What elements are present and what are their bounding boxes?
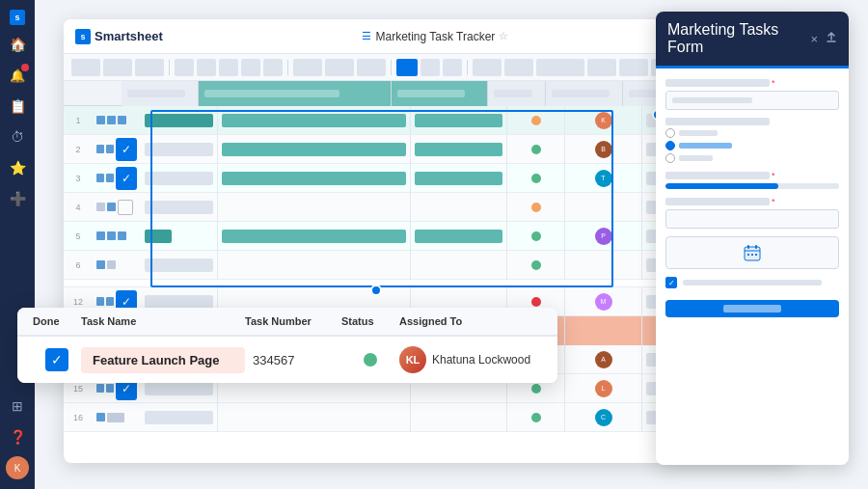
form-submit-button[interactable] — [665, 300, 839, 317]
row-icon-link[interactable] — [118, 116, 126, 124]
toolbar-btn-14[interactable] — [473, 59, 502, 76]
cell-assigned[interactable]: L — [565, 374, 642, 403]
toolbar-btn-12[interactable] — [420, 59, 440, 76]
cell-status[interactable] — [507, 106, 565, 135]
toolbar-btn-1[interactable] — [71, 59, 100, 76]
row-action-icons[interactable] — [93, 413, 141, 422]
form-radio-3[interactable] — [665, 153, 675, 163]
cell-status[interactable] — [507, 222, 565, 251]
toolbar-btn-16[interactable] — [536, 59, 584, 76]
row-icon[interactable] — [106, 297, 114, 306]
row-icon[interactable] — [96, 174, 104, 182]
row-checkbox[interactable]: ✓ — [116, 138, 137, 161]
cell-status[interactable] — [507, 403, 565, 432]
cell-assigned[interactable]: K — [565, 106, 642, 135]
row-icon[interactable] — [106, 384, 114, 393]
cell-status[interactable] — [507, 164, 565, 193]
selection-handle[interactable] — [370, 285, 382, 296]
toolbar-btn-2[interactable] — [103, 59, 132, 76]
row-icon[interactable] — [106, 145, 114, 153]
row-action-icons[interactable] — [93, 260, 141, 269]
row-action-icons[interactable] — [93, 200, 141, 215]
cell-task[interactable] — [141, 164, 218, 193]
form-close-icon[interactable]: × — [810, 32, 818, 46]
cell-assigned[interactable]: C — [565, 403, 642, 432]
cell-gantt[interactable] — [218, 193, 411, 222]
row-icon[interactable] — [96, 203, 105, 211]
col-header-task[interactable] — [122, 81, 199, 106]
sheet-title-text[interactable]: Marketing Task Tracker — [375, 30, 495, 43]
row-icon-minus[interactable] — [107, 413, 124, 422]
toolbar-btn-8[interactable] — [263, 59, 283, 76]
toolbar-btn-7[interactable] — [241, 59, 260, 76]
cell-gantt[interactable] — [218, 403, 411, 432]
toolbar-btn-18[interactable] — [619, 59, 648, 76]
row-icon[interactable] — [96, 231, 105, 240]
sidebar-help-icon[interactable]: ❓ — [6, 425, 29, 448]
sidebar-apps-icon[interactable]: ⊞ — [6, 394, 29, 418]
row-icon[interactable] — [96, 413, 105, 421]
toolbar-btn-5[interactable] — [197, 59, 216, 76]
sidebar-add-icon[interactable]: ➕ — [6, 187, 29, 210]
popup-task-number-cell[interactable]: 334567 — [245, 351, 341, 368]
toolbar-btn-11[interactable] — [357, 59, 386, 76]
sidebar-sheets-icon[interactable]: 📋 — [6, 95, 29, 118]
sidebar-home-icon[interactable]: 🏠 — [6, 33, 29, 56]
form-input-1[interactable] — [665, 91, 839, 110]
form-radio-1[interactable] — [665, 128, 675, 138]
toolbar-btn-13[interactable] — [443, 59, 462, 76]
cell-assigned[interactable]: M — [565, 287, 642, 316]
toolbar-btn-active[interactable] — [396, 59, 418, 76]
cell-gantt[interactable] — [218, 106, 411, 135]
sidebar-favorites-icon[interactable]: ⭐ — [6, 156, 29, 179]
row-action-icons[interactable]: ✓ — [93, 138, 141, 161]
favorite-star-icon[interactable]: ☆ — [499, 30, 508, 42]
form-radio-2[interactable] — [665, 141, 675, 150]
toolbar-btn-4[interactable] — [175, 59, 194, 76]
sidebar-user-avatar[interactable]: K — [6, 456, 29, 479]
row-checkbox[interactable] — [118, 200, 133, 215]
form-checkbox[interactable]: ✓ — [665, 277, 677, 288]
row-icon[interactable] — [96, 384, 104, 393]
cell-assigned[interactable] — [565, 251, 642, 280]
cell-status[interactable] — [507, 193, 565, 222]
row-icon[interactable] — [118, 231, 126, 240]
cell-gantt[interactable] — [218, 164, 411, 193]
cell-task[interactable] — [141, 403, 218, 432]
row-icon[interactable] — [107, 231, 116, 240]
popup-done-cell[interactable]: ✓ — [33, 348, 81, 371]
cell-task[interactable] — [141, 251, 218, 280]
form-calendar-area[interactable] — [665, 236, 839, 269]
cell-gantt[interactable] — [218, 222, 411, 251]
toolbar-btn-3[interactable] — [135, 59, 164, 76]
cell-assigned[interactable] — [565, 193, 642, 222]
row-checkbox[interactable]: ✓ — [116, 167, 137, 190]
popup-assignee-cell[interactable]: KL Khatuna Lockwood — [399, 346, 542, 373]
cell-assigned[interactable]: B — [565, 135, 642, 164]
cell-gantt2[interactable] — [411, 251, 507, 280]
cell-gantt[interactable] — [218, 135, 411, 164]
toolbar-btn-17[interactable] — [587, 59, 616, 76]
form-input-2[interactable] — [665, 209, 839, 229]
cell-gantt2[interactable] — [411, 135, 507, 164]
cell-gantt2[interactable] — [411, 193, 507, 222]
row-icon-attach[interactable] — [107, 116, 116, 124]
col-header-dates[interactable] — [392, 81, 488, 106]
row-icon[interactable] — [107, 203, 116, 211]
cell-gantt2[interactable] — [411, 164, 507, 193]
cell-gantt2[interactable] — [411, 222, 507, 251]
sidebar-recents-icon[interactable]: ⏱ — [6, 125, 29, 149]
cell-assigned[interactable]: A — [565, 345, 642, 374]
col-header-assigned[interactable] — [546, 81, 623, 106]
cell-assigned[interactable] — [565, 316, 642, 345]
toolbar-btn-10[interactable] — [325, 59, 354, 76]
form-checkbox-row[interactable]: ✓ — [665, 277, 839, 288]
cell-status[interactable] — [507, 251, 565, 280]
col-header-status[interactable] — [488, 81, 546, 106]
cell-gantt[interactable] — [218, 251, 411, 280]
cell-task[interactable] — [141, 135, 218, 164]
toolbar-btn-9[interactable] — [293, 59, 322, 76]
cell-gantt2[interactable] — [411, 403, 507, 432]
cell-assigned[interactable]: P — [565, 222, 642, 251]
row-icon[interactable] — [106, 174, 114, 182]
